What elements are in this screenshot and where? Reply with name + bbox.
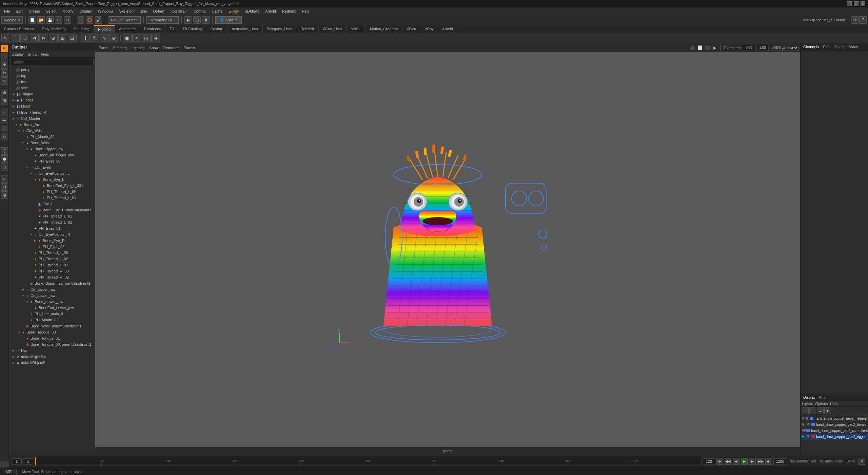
- tree-item-ph-thread-l-01c[interactable]: + PH_Thread_L_01: [9, 262, 95, 268]
- vp-menu-panels[interactable]: Panels: [181, 45, 197, 51]
- layer-up-btn[interactable]: ▲: [817, 407, 824, 414]
- go-start-btn[interactable]: ⏮: [716, 458, 723, 465]
- tree-item-ph-thread-r-02[interactable]: + PH_Thread_R_02: [9, 274, 95, 280]
- tree-item-mouth[interactable]: ▶ ◧ Mouth: [9, 103, 95, 109]
- lasso-tool[interactable]: ⭕: [86, 16, 93, 24]
- tree-item-tongue[interactable]: ▶ ◧ Tongue: [9, 91, 95, 97]
- brush-btn[interactable]: 〇: [20, 34, 29, 42]
- select-tool-btn[interactable]: ↖: [1, 45, 8, 52]
- tab-poly-modeling[interactable]: Poly Modeling: [38, 25, 70, 33]
- tree-item-boneend-lower-jaw[interactable]: ● BoneEnd_Lower_jaw: [9, 305, 95, 311]
- exposure-input[interactable]: [743, 45, 755, 51]
- paint-select[interactable]: 🖌: [95, 16, 102, 24]
- menu-select[interactable]: Select: [43, 8, 59, 14]
- snap-point-btn[interactable]: ⊕: [1, 89, 8, 96]
- tree-item-ctrl-master[interactable]: ▶ ○ Ctrl_Master: [9, 115, 95, 121]
- tree-item-ph-thread-l-00[interactable]: + PH_Thread_L_00: [9, 189, 95, 195]
- layer-down-btn[interactable]: ▼: [824, 407, 831, 414]
- tab-rigging[interactable]: Rigging: [94, 25, 115, 33]
- tab-xgen-user[interactable]: XGen_User: [319, 25, 347, 33]
- display-tab[interactable]: Display: [803, 395, 815, 399]
- menu-modify[interactable]: Modify: [60, 8, 76, 14]
- tab-fx[interactable]: FX: [166, 25, 179, 33]
- tree-item-ctrl-eyes[interactable]: ▼ ○ Ctrl_Eyes: [9, 164, 95, 170]
- menu-skeleton[interactable]: Skeleton: [116, 8, 136, 14]
- help-subtab[interactable]: Help: [830, 402, 838, 406]
- tab-fit-caching[interactable]: Fit Caching: [179, 25, 206, 33]
- ipr-btn[interactable]: ⬡: [193, 16, 201, 24]
- layers-subtab[interactable]: Layers: [802, 402, 813, 406]
- menu-edit[interactable]: Edit: [14, 8, 25, 14]
- save-btn[interactable]: 💾: [46, 16, 54, 24]
- prev-key-btn[interactable]: ◀◀: [725, 458, 731, 465]
- vert-btn[interactable]: ·: [1, 109, 8, 116]
- tree-item-bone-wrist-parent[interactable]: ⊕ Bone_Wrist_parentConstraint1: [9, 323, 95, 329]
- edit-tab[interactable]: Edit: [823, 45, 829, 49]
- tab-arnold[interactable]: Arnold: [438, 25, 457, 33]
- move-btn[interactable]: ✛: [81, 34, 90, 42]
- tree-item-ph-thread-l-02b[interactable]: + PH_Thread_L_02: [9, 256, 95, 262]
- tree-item-boneend-eye-l[interactable]: ● BoneEnd_Eye_L_001: [9, 183, 95, 189]
- soft-btn[interactable]: ◎: [142, 34, 151, 42]
- tree-item-bone-lower-jaw[interactable]: ▼ ● Bone_Lower_jaw: [9, 299, 95, 305]
- attr-editor-btn[interactable]: ⊠: [1, 191, 8, 199]
- tool7[interactable]: ⊟: [68, 34, 77, 42]
- tree-item-hair[interactable]: ▶ 〜 Hair: [9, 347, 95, 354]
- undo-btn[interactable]: ↩: [55, 16, 62, 24]
- next-frame-btn[interactable]: ▶: [749, 458, 756, 465]
- tree-item-bone-eye-l[interactable]: ▼ ● Bone_Eye_L: [9, 176, 95, 183]
- snap-btn[interactable]: ▣: [123, 34, 132, 42]
- tree-item-bone-upper-aim[interactable]: ⊕ Bone_Upper_jaw_aimConstraint1: [9, 280, 95, 286]
- menu-create[interactable]: Create: [26, 8, 43, 14]
- channel-box-btn[interactable]: ⊟: [1, 183, 8, 191]
- tab-rendering[interactable]: Rendering: [140, 25, 166, 33]
- help-btn[interactable]: ?: [859, 16, 867, 24]
- menu-3didoall[interactable]: 3DIdoAll: [242, 8, 262, 14]
- anim-tab[interactable]: Anim: [819, 395, 827, 399]
- tree-item-ph-thread-l-02[interactable]: + PH_Thread_L_02: [9, 219, 95, 225]
- tree-item-default-object-set[interactable]: ▶ ◆ defaultObjectSet: [9, 360, 95, 366]
- layer-helpers[interactable]: V P hand_show_puppet_geo2_helpers: [801, 415, 868, 421]
- layer-controllers[interactable]: V P hand_show_puppet_geo2_controllers: [801, 428, 868, 434]
- tool4[interactable]: ⊳: [39, 34, 48, 42]
- vp-menu-lighting[interactable]: Lighting: [130, 45, 147, 51]
- tree-item-bone-eye-aim[interactable]: ⊕ Bone_Eye_L_aimConstraint1: [9, 207, 95, 213]
- vp-menu-show[interactable]: Show: [147, 45, 161, 51]
- tree-item-eyethread-r[interactable]: ▶ ◧ Eye_Thread_R: [9, 109, 95, 115]
- tab-xgen[interactable]: XGen: [402, 25, 420, 33]
- mode-dropdown[interactable]: Rigging: [1, 16, 23, 24]
- tab-custom[interactable]: Custom: [206, 25, 228, 33]
- menu-display[interactable]: Display: [77, 8, 95, 14]
- tool3[interactable]: ⊲: [30, 34, 39, 42]
- menu-skin[interactable]: Skin: [137, 8, 150, 14]
- tree-item-ctrl-wrist[interactable]: ▼ ○ Ctrl_Wrist: [9, 128, 95, 134]
- tree-item-bone-wrist[interactable]: ▼ ● Bone_Wrist: [9, 140, 95, 146]
- tab-redshift[interactable]: Redshift: [296, 25, 318, 33]
- options-subtab[interactable]: Options: [815, 402, 828, 406]
- gamma-input[interactable]: [756, 45, 769, 51]
- tree-item-ph-thread-l-01b[interactable]: + PH_Thread_L_01: [9, 213, 95, 219]
- tab-motion-graphics[interactable]: Motion_Graphics: [366, 25, 402, 33]
- snap-grid-btn[interactable]: ⊞: [1, 97, 8, 104]
- menu-deform[interactable]: Deform: [151, 8, 168, 14]
- lasso-btn[interactable]: ⌒: [11, 34, 20, 42]
- minimize-btn[interactable]: —: [847, 1, 852, 6]
- vp-menu-shading[interactable]: Shading: [111, 45, 129, 51]
- select-btn[interactable]: ↖: [1, 34, 10, 42]
- tree-item-bone-tongue-01[interactable]: ● Bone_Tongue_01: [9, 335, 95, 341]
- tree-item-side[interactable]: 🎥 side: [9, 85, 95, 91]
- start-frame-input[interactable]: [23, 458, 33, 464]
- select-tool[interactable]: ⬛: [77, 16, 84, 24]
- menu-arnold[interactable]: Arnold: [262, 8, 279, 14]
- vp-wireframe-btn[interactable]: ⬜: [696, 44, 703, 51]
- tree-item-ctr-eyepos-r[interactable]: ▼ ○ Ctr_EyePosition_R: [9, 231, 95, 238]
- menu-cache[interactable]: Cache: [209, 8, 225, 14]
- vp-smooth-btn[interactable]: ⬛: [704, 44, 711, 51]
- symmetry-btn[interactable]: Symmetry: OFF: [146, 16, 179, 24]
- tree-item-top[interactable]: 🎥 top: [9, 73, 95, 79]
- maximize-btn[interactable]: □: [854, 1, 859, 6]
- range-end-input[interactable]: [773, 458, 787, 464]
- menu-constrain[interactable]: Constrain: [169, 8, 190, 14]
- redo-btn[interactable]: ↪: [64, 16, 71, 24]
- deform-btn[interactable]: ◈: [151, 34, 160, 42]
